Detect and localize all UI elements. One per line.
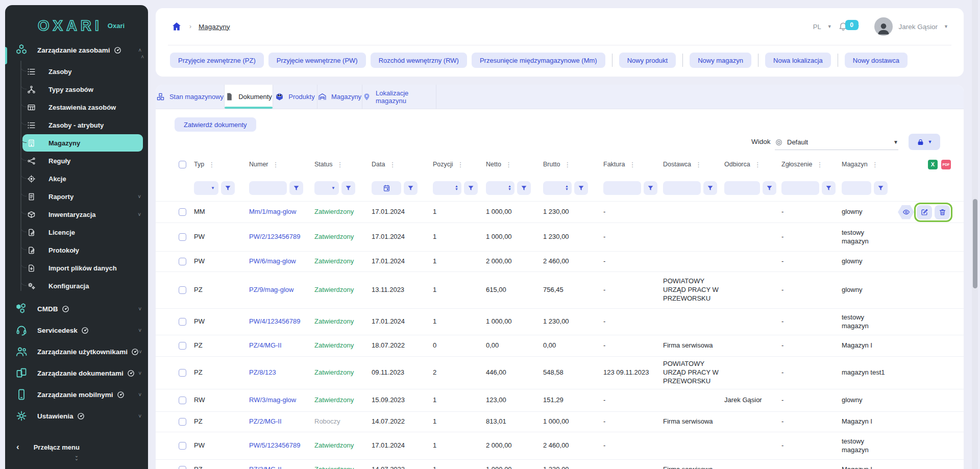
sidebar-item-magazyny[interactable]: Magazyny [5,134,148,152]
funnel-filter-icon[interactable] [822,181,836,195]
row-checkbox[interactable] [179,286,186,294]
column-menu-icon[interactable]: ⋮ [505,161,512,168]
filter-date[interactable] [372,181,401,195]
action-button-przyjęcie-wewnętrzne-pw-[interactable]: Przyjęcie wewnętrzne (PW) [268,53,366,68]
row-checkbox[interactable] [179,466,186,469]
row-checkbox[interactable] [179,233,186,241]
cell-numer[interactable]: PZ/2/MG-II [249,417,314,426]
chevron-down-icon[interactable]: ▼ [827,24,832,29]
funnel-filter-icon[interactable] [341,181,355,195]
row-checkbox[interactable] [179,208,186,216]
column-menu-icon[interactable]: ⋮ [695,161,702,168]
preview-button[interactable] [898,205,914,219]
lock-view-button[interactable]: ▼ [909,134,940,150]
column-menu-icon[interactable]: ⋮ [629,161,635,168]
row-checkbox[interactable] [179,442,186,450]
sidebar-section-zarządzanie-użytkownikami[interactable]: Zarządzanie użytkownikami ˅ [5,341,148,362]
action-button-przyjęcie-zewnętrzne-pz-[interactable]: Przyjęcie zewnętrzne (PZ) [170,53,264,68]
cell-numer[interactable]: PZ/3/MG-II [249,465,314,469]
language-selector[interactable]: PL [813,23,821,31]
filter-select[interactable]: ▼ [194,181,218,195]
sidebar-item-zasoby[interactable]: Zasoby [5,63,148,81]
action-button-nowy-magazyn[interactable]: Nowy magazyn [690,53,751,68]
filter-input[interactable] [842,181,871,195]
user-name[interactable]: Jarek Gąsior [899,23,938,31]
action-button-rozchód-wewnętrzny-rw-[interactable]: Rozchód wewnętrzny (RW) [371,53,467,68]
sidebar-item-zestawienia-zasobów[interactable]: Zestawienia zasobów [5,98,148,116]
tab-lokalizacje-magazynu[interactable]: Lokalizacje magazynu [362,85,436,109]
filter-number[interactable]: ▲▼ [433,181,461,195]
notifications-bell[interactable]: 0 [838,21,849,32]
filter-select[interactable]: ▼ [314,181,339,195]
action-button-przesunięcie-międzymagazynowe-mm-[interactable]: Przesunięcie międzymagazynowe (Mm) [472,53,605,68]
tab-dokumenty[interactable]: Dokumenty [225,85,273,109]
cell-numer[interactable]: RW/3/mag-glow [249,396,314,405]
table-row[interactable]: PZ PZ/9/mag-glow Zatwierdzony 13.11.2023… [156,271,964,308]
funnel-filter-icon[interactable] [874,181,888,195]
row-checkbox[interactable] [179,318,186,326]
column-menu-icon[interactable]: ⋮ [564,161,571,168]
row-checkbox[interactable] [179,369,186,377]
filter-number[interactable]: ▲▼ [543,181,572,195]
chevron-down-icon[interactable]: ▼ [944,24,948,29]
row-checkbox[interactable] [179,342,186,350]
funnel-filter-icon[interactable] [574,181,588,195]
table-row[interactable]: PW PW/6/mag-glow Zatwierdzony 17.01.2024… [156,251,964,271]
sidebar-item-typy-zasobów[interactable]: Typy zasobów [5,81,148,98]
cell-numer[interactable]: PZ/8/123 [249,368,314,377]
home-icon[interactable] [171,21,182,32]
cell-numer[interactable]: PW/6/mag-glow [249,257,314,266]
table-row[interactable]: PW PW/5/123456789 Zatwierdzony 17.01.202… [156,432,964,459]
cell-numer[interactable]: PW/5/123456789 [249,441,314,450]
view-select[interactable]: Default ▼ [775,135,898,150]
table-row[interactable]: PW PW/4/123456789 Zatwierdzony 17.01.202… [156,308,964,335]
sidebar-section-ustawienia[interactable]: Ustawienia ˅ [5,405,148,427]
funnel-filter-icon[interactable] [404,181,418,195]
sidebar-item-zasoby-atrybuty[interactable]: Zasoby - atrybuty [5,116,148,134]
table-row[interactable]: PZ PZ/2/MG-II Roboczy 14.07.2022 1 813,0… [156,411,964,432]
column-menu-icon[interactable]: ⋮ [754,161,761,168]
column-menu-icon[interactable]: ⋮ [208,161,215,168]
sidebar-scroll-up-icon[interactable]: ˄ [141,54,144,60]
filter-input[interactable] [663,181,701,195]
sidebar-item-konfiguracja[interactable]: Konfiguracja [5,277,148,295]
cell-numer[interactable]: PW/4/123456789 [249,317,314,326]
select-all-checkbox[interactable] [179,161,186,168]
sidebar-item-protokoły[interactable]: Protokoły [5,241,148,259]
tab-produkty[interactable]: Produkty [273,85,317,109]
sidebar-section-cmdb[interactable]: CMDB ˅ [5,298,148,319]
column-menu-icon[interactable]: ⋮ [389,161,396,168]
sidebar-item-akcje[interactable]: Akcje [5,170,148,188]
sidebar-scroll-down-icon[interactable]: ⌄⌄ [5,454,148,460]
sidebar-section-zarządzanie-mobilnymi[interactable]: Zarządzanie mobilnymi ˅ [5,384,148,405]
column-menu-icon[interactable]: ⋮ [872,161,878,168]
sidebar-item-reguły[interactable]: Reguły [5,152,148,170]
tab-magazyny[interactable]: Magazyny [317,85,362,109]
table-row[interactable]: PZ PZ/4/MG-II Zatwierdzony 18.07.2022 0 … [156,335,964,356]
cell-numer[interactable]: PW/2/123456789 [249,233,314,241]
page-scrollbar[interactable] [972,0,978,469]
funnel-filter-icon[interactable] [644,181,657,195]
funnel-filter-icon[interactable] [763,181,776,195]
sidebar-item-import-plików-danych[interactable]: Import plików danych [5,259,148,277]
row-checkbox[interactable] [179,397,186,404]
export-excel-icon[interactable]: X [928,160,938,169]
cell-numer[interactable]: PZ/9/mag-glow [249,286,314,294]
column-menu-icon[interactable]: ⋮ [816,161,823,168]
table-row[interactable]: PW PW/2/123456789 Zatwierdzony 17.01.202… [156,223,964,251]
filter-input[interactable] [724,181,760,195]
action-button-nowy-produkt[interactable]: Nowy produkt [619,53,676,68]
scrollbar-thumb[interactable] [973,199,977,288]
funnel-filter-icon[interactable] [289,181,303,195]
sidebar-toggle[interactable]: ‹ Przełącz menu [5,440,148,454]
export-pdf-icon[interactable]: PDF [941,160,951,169]
column-menu-icon[interactable]: ⋮ [336,161,343,168]
row-checkbox[interactable] [179,418,186,426]
delete-button[interactable] [935,205,950,219]
column-menu-icon[interactable]: ⋮ [273,161,279,168]
sidebar-item-licencje[interactable]: Licencje [5,224,148,241]
table-row[interactable]: RW RW/3/mag-glow Zatwierdzony 15.09.2023… [156,389,964,411]
filter-input[interactable] [249,181,287,195]
filter-input[interactable] [781,181,819,195]
action-button-nowy-dostawca[interactable]: Nowy dostawca [845,53,908,68]
